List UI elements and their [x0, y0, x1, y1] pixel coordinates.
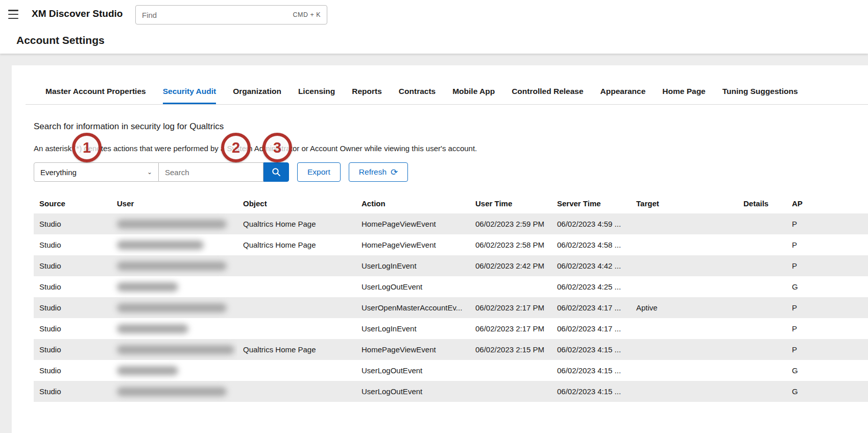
redacted-user [117, 282, 178, 292]
cell-extra: P [786, 297, 868, 318]
cell-object: Qualtrics Home Page [237, 339, 356, 360]
redacted-user [117, 387, 227, 396]
cell-details [738, 276, 786, 297]
cell-user-time [470, 360, 551, 381]
scope-dropdown[interactable]: Everything ⌄ [34, 162, 159, 182]
tab-bar: Master Account PropertiesSecurity AuditO… [26, 87, 868, 105]
column-header-details: Details [738, 193, 786, 213]
find-input[interactable] [142, 11, 293, 19]
page-header: Account Settings [0, 29, 868, 54]
cell-source: Studio [34, 234, 111, 255]
screen: XM Discover Studio CMD + K Account Setti… [0, 0, 868, 433]
tab-controlled-release[interactable]: Controlled Release [512, 87, 583, 104]
cell-extra: P [786, 339, 868, 360]
tab-mobile-app[interactable]: Mobile App [452, 87, 495, 104]
cell-target [631, 234, 738, 255]
redacted-user [117, 324, 188, 333]
cell-user-time: 06/02/2023 2:17 PM [470, 318, 551, 339]
tab-organization[interactable]: Organization [233, 87, 281, 104]
cell-details [738, 339, 786, 360]
tab-licensing[interactable]: Licensing [298, 87, 335, 104]
cell-server-time: 06/02/2023 4:15 ... [551, 381, 631, 402]
column-header-user: User [111, 193, 237, 213]
cell-user-time: 06/02/2023 2:42 PM [470, 255, 551, 276]
hamburger-menu-icon[interactable] [8, 10, 18, 19]
chevron-down-icon: ⌄ [147, 169, 152, 176]
cell-user-time: 06/02/2023 2:17 PM [470, 297, 551, 318]
security-audit-table: SourceUserObjectActionUser TimeServer Ti… [34, 193, 868, 402]
global-find-box[interactable]: CMD + K [135, 5, 327, 25]
audit-table-head-row: SourceUserObjectActionUser TimeServer Ti… [34, 193, 868, 213]
search-button[interactable] [263, 162, 289, 182]
cell-user [111, 360, 237, 381]
cell-action: HomePageViewEvent [356, 339, 470, 360]
tab-appearance[interactable]: Appearance [600, 87, 646, 104]
cell-object [237, 276, 356, 297]
cell-action: UserLogOutEvent [356, 276, 470, 297]
cell-action: UserLogInEvent [356, 255, 470, 276]
cell-source: Studio [34, 255, 111, 276]
redacted-user [117, 261, 227, 271]
cell-user-time [470, 381, 551, 402]
cell-details [738, 360, 786, 381]
cell-extra: G [786, 381, 868, 402]
app-title: XM Discover Studio [32, 8, 123, 19]
cell-source: Studio [34, 360, 111, 381]
cell-details [738, 297, 786, 318]
cell-user-time [470, 276, 551, 297]
refresh-icon: ⟳ [391, 168, 398, 177]
cell-target [631, 339, 738, 360]
cell-user-time: 06/02/2023 2:58 PM [470, 234, 551, 255]
cell-extra: G [786, 276, 868, 297]
cell-object [237, 255, 356, 276]
column-header-user-time: User Time [470, 193, 551, 213]
cell-object [237, 381, 356, 402]
cell-details [738, 213, 786, 234]
cell-server-time: 06/02/2023 4:58 ... [551, 234, 631, 255]
tab-tuning-suggestions[interactable]: Tuning Suggestions [722, 87, 798, 104]
redacted-user [117, 220, 227, 229]
search-input[interactable] [159, 162, 263, 182]
cell-object [237, 297, 356, 318]
column-header-target: Target [631, 193, 738, 213]
export-button[interactable]: Export [297, 162, 341, 182]
cell-target [631, 213, 738, 234]
cell-user [111, 213, 237, 234]
table-row: StudioUserLogInEvent06/02/2023 2:42 PM06… [34, 255, 868, 276]
tab-contracts[interactable]: Contracts [399, 87, 436, 104]
cell-user [111, 318, 237, 339]
page-title: Account Settings [16, 34, 105, 46]
refresh-button[interactable]: Refresh ⟳ [349, 162, 408, 182]
table-row: StudioUserLogOutEvent06/02/2023 4:15 ...… [34, 360, 868, 381]
tab-security-audit[interactable]: Security Audit [163, 87, 216, 104]
cell-target: Aptive [631, 297, 738, 318]
tab-home-page[interactable]: Home Page [662, 87, 705, 104]
table-row: StudioQualtrics Home PageHomePageViewEve… [34, 234, 868, 255]
redacted-user [117, 366, 178, 375]
cell-action: HomePageViewEvent [356, 234, 470, 255]
column-header-action: Action [356, 193, 470, 213]
annotation-callout-2: 2 [221, 133, 251, 162]
refresh-button-label: Refresh [359, 167, 387, 177]
cell-target [631, 318, 738, 339]
redacted-user [117, 240, 204, 250]
table-row: StudioUserOpenMasterAccountEv...06/02/20… [34, 297, 868, 318]
tab-master-account-properties[interactable]: Master Account Properties [45, 87, 146, 104]
export-button-label: Export [307, 167, 330, 177]
cell-object: Qualtrics Home Page [237, 234, 356, 255]
filter-row: Everything ⌄ Export Refresh ⟳ [34, 162, 868, 182]
scope-dropdown-value: Everything [40, 168, 77, 177]
settings-card: Master Account PropertiesSecurity AuditO… [12, 65, 868, 433]
search-icon [272, 167, 281, 177]
tab-reports[interactable]: Reports [352, 87, 382, 104]
cell-source: Studio [34, 276, 111, 297]
cell-user [111, 234, 237, 255]
cell-details [738, 318, 786, 339]
cell-server-time: 06/02/2023 4:17 ... [551, 318, 631, 339]
cell-object [237, 360, 356, 381]
cell-target [631, 255, 738, 276]
cell-source: Studio [34, 297, 111, 318]
top-bar: XM Discover Studio CMD + K [0, 0, 868, 29]
table-row: StudioUserLogOutEvent06/02/2023 4:25 ...… [34, 276, 868, 297]
cell-server-time: 06/02/2023 4:42 ... [551, 255, 631, 276]
